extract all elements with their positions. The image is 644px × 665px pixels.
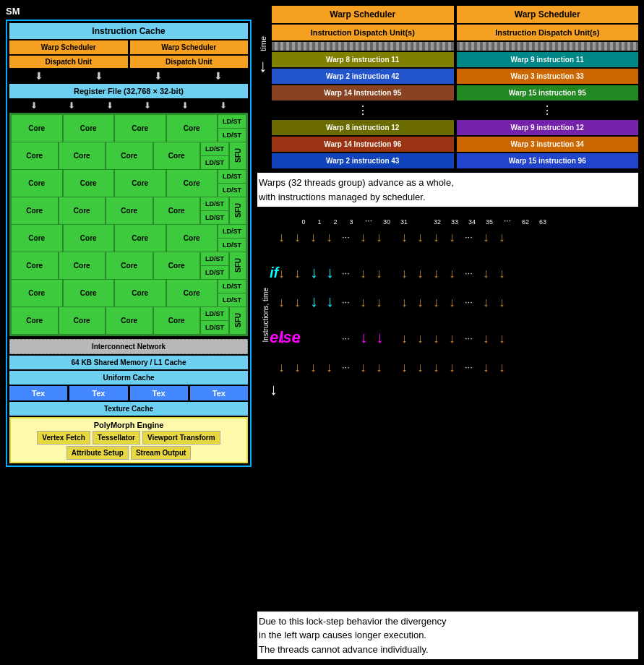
- ldst-4-2: LD/ST: [201, 211, 228, 224]
- tnum-3: 3: [344, 218, 359, 226]
- svg-text:↓: ↓: [294, 360, 301, 374]
- warp-col-left: Warp Scheduler Instruction Dispatch Unit…: [272, 6, 454, 168]
- svg-text:↓: ↓: [449, 331, 455, 346]
- ldst-7-2: LD/ST: [218, 293, 246, 306]
- thread-nums-group1: 0 1 2 3: [296, 218, 359, 226]
- core-5-1: Core: [12, 225, 62, 252]
- svg-text:↓: ↓: [376, 328, 384, 346]
- svg-text:↓: ↓: [294, 230, 301, 244]
- core-3-1: Core: [12, 170, 62, 197]
- svg-text:↓: ↓: [278, 328, 286, 346]
- tex-row: Tex Tex Tex Tex: [9, 386, 248, 400]
- time-arrow-area: time ↓: [257, 6, 269, 168]
- uniform-cache: Uniform Cache: [9, 371, 248, 385]
- core-area: Core Core Core Core LD/ST LD/ST Core Cor…: [9, 113, 248, 336]
- idu-header-right: Instruction Dispatch Unit(s): [457, 25, 639, 40]
- svg-text:↓: ↓: [417, 360, 424, 374]
- arrow-rf-2: ⬇: [68, 100, 75, 111]
- interconnect-network: Interconnect Network: [9, 339, 248, 354]
- svg-text:↓: ↓: [483, 360, 489, 374]
- sfu-2: SFU: [230, 197, 246, 224]
- tnum-62: 62: [518, 218, 533, 226]
- ldst-2-1: LD/ST: [201, 142, 228, 155]
- description-2: Due to this lock-step behavior the diver…: [257, 612, 638, 660]
- arrow-down-4: ⬇: [214, 70, 223, 82]
- arrow-down-2: ⬇: [95, 70, 103, 82]
- sfu-1: SFU: [230, 142, 246, 169]
- ldst-stack-8: LD/ST LD/ST: [201, 307, 228, 334]
- ldst-stack-5: LD/ST LD/ST: [218, 225, 246, 252]
- arrow-rf-3: ⬇: [106, 100, 113, 111]
- svg-text:···: ···: [465, 267, 473, 278]
- ldst-1-1: LD/ST: [218, 115, 246, 128]
- core-row-3: Core Core Core Core LD/ST LD/ST: [12, 170, 246, 197]
- arrow-rf-1: ⬇: [30, 100, 38, 111]
- instruction-cache: Instruction Cache: [9, 23, 248, 39]
- wi-left-5: Warp 14 Instruction 96: [272, 137, 454, 152]
- tnum-2: 2: [328, 218, 343, 226]
- dispatch-unit-left: Dispatch Unit: [9, 56, 128, 68]
- svg-text:···: ···: [342, 267, 350, 278]
- polymorph-row-2: Attribute Setup Stream Output: [13, 446, 244, 460]
- ldst-8-2: LD/ST: [201, 321, 228, 334]
- tnum-33: 33: [447, 218, 463, 226]
- sm-label: SM: [6, 6, 252, 17]
- ldst-stack-3: LD/ST LD/ST: [218, 170, 246, 197]
- svg-text:↓: ↓: [401, 266, 408, 280]
- core-8-3: Core: [106, 307, 153, 334]
- wi-right-dots: ⋮: [457, 102, 639, 119]
- svg-text:···: ···: [342, 332, 350, 343]
- wi-left-1: Warp 8 instruction 11: [272, 52, 454, 67]
- ldst-6-2: LD/ST: [201, 266, 228, 279]
- svg-text:↓: ↓: [278, 266, 285, 280]
- divergence-arrows-svg: ↓ ↓ ↓ ↓ ··· ↓ ↓ ↓ ↓ ↓ ↓ ··· ↓ ↓ if ↓ ↓: [270, 228, 588, 402]
- shared-memory: 64 KB Shared Memory / L1 Cache: [9, 356, 248, 369]
- sfu-4: SFU: [230, 307, 246, 334]
- texture-cache: Texture Cache: [9, 402, 248, 416]
- arrow-rf-5: ⬇: [181, 100, 189, 111]
- core-4-1: Core: [12, 197, 58, 224]
- sm-box: Instruction Cache Warp Scheduler Warp Sc…: [6, 20, 252, 467]
- ldst-1-2: LD/ST: [218, 129, 246, 142]
- svg-text:↓: ↓: [376, 230, 382, 244]
- svg-text:↓: ↓: [294, 266, 301, 280]
- svg-text:···: ···: [465, 361, 473, 372]
- svg-text:↓: ↓: [483, 230, 489, 244]
- ldst-stack-1: LD/ST LD/ST: [218, 115, 246, 142]
- core-7-1: Core: [12, 280, 62, 306]
- core-6-1: Core: [12, 252, 58, 279]
- tnum-0: 0: [296, 218, 311, 226]
- viewport-transform-btn: Viewport Transform: [142, 431, 220, 445]
- tnum-35: 35: [481, 218, 497, 226]
- svg-text:↓: ↓: [449, 266, 455, 280]
- description-1: Warps (32 threads group) advance as a wh…: [257, 173, 638, 207]
- svg-text:↓: ↓: [278, 360, 285, 374]
- core-row-4: Core Core Core Core LD/ST LD/ST SFU: [12, 197, 246, 224]
- divergence-diagram: 0 1 2 3 ··· 30 31 32 33 34 35 ··· 62 63: [257, 211, 638, 607]
- tnum-30: 30: [379, 218, 395, 226]
- svg-text:↓: ↓: [401, 360, 408, 374]
- svg-text:↓: ↓: [310, 263, 318, 281]
- tex-unit-3: Tex: [130, 386, 188, 400]
- svg-text:↓: ↓: [360, 360, 366, 374]
- svg-text:···: ···: [342, 231, 350, 242]
- core-2-1: Core: [12, 142, 58, 169]
- tessellator-btn: Tessellator: [93, 431, 140, 445]
- core-7-4: Core: [167, 280, 218, 306]
- svg-text:↓: ↓: [417, 331, 424, 346]
- polymorph-title: PolyMorph Engine: [13, 421, 244, 429]
- core-4-3: Core: [106, 197, 153, 224]
- svg-text:↓: ↓: [417, 230, 424, 244]
- core-2-3: Core: [106, 142, 153, 169]
- dispatch-row: Dispatch Unit Dispatch Unit: [9, 56, 248, 68]
- core-3-2: Core: [64, 170, 114, 197]
- instructions-time-label: Instructions, time: [259, 288, 270, 343]
- ldst-stack-6: LD/ST LD/ST: [201, 252, 228, 279]
- core-row-7: Core Core Core Core LD/ST LD/ST: [12, 280, 246, 306]
- svg-text:↓: ↓: [376, 360, 382, 374]
- warp-scheduler-row: Warp Scheduler Warp Scheduler: [9, 40, 248, 54]
- core-8-4: Core: [154, 307, 200, 334]
- svg-text:↓: ↓: [499, 295, 505, 309]
- svg-text:↓: ↓: [499, 266, 505, 280]
- wi-left-dots: ⋮: [272, 102, 454, 119]
